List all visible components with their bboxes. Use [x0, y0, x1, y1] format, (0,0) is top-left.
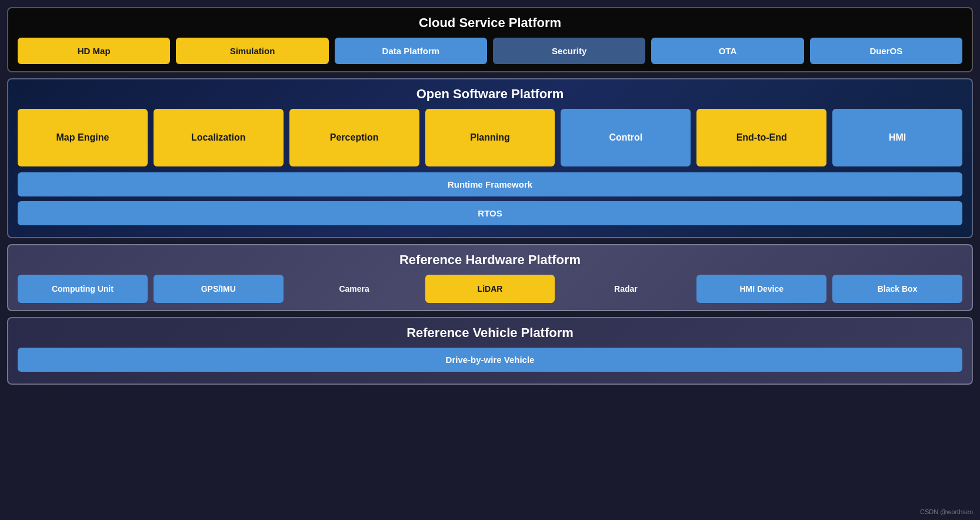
reference-hardware-platform: Reference Hardware Platform Computing Un…: [7, 244, 973, 311]
cloud-title: Cloud Service Platform: [18, 15, 962, 31]
reference-vehicle-platform: Reference Vehicle Platform Drive-by-wire…: [7, 317, 973, 385]
cloud-item-simulation[interactable]: Simulation: [176, 38, 328, 64]
cloud-item-dueros[interactable]: DuerOS: [810, 38, 962, 64]
hw-item-computing-unit[interactable]: Computing Unit: [18, 275, 148, 303]
cloud-item-data-platform[interactable]: Data Platform: [335, 38, 487, 64]
open-title: Open Software Platform: [18, 86, 962, 102]
hw-item-camera[interactable]: Camera: [289, 275, 419, 303]
runtime-framework-bar: Runtime Framework: [18, 172, 962, 196]
open-items-row: Map Engine Localization Perception Plann…: [18, 109, 962, 166]
cloud-service-platform: Cloud Service Platform HD Map Simulation…: [7, 7, 973, 72]
cloud-items-row: HD Map Simulation Data Platform Security…: [18, 38, 962, 64]
cloud-item-ota[interactable]: OTA: [651, 38, 804, 64]
open-item-end-to-end[interactable]: End-to-End: [696, 109, 826, 166]
cloud-item-hd-map[interactable]: HD Map: [18, 38, 170, 64]
open-item-planning[interactable]: Planning: [425, 109, 555, 166]
vehicle-title: Reference Vehicle Platform: [18, 325, 962, 341]
hw-item-lidar[interactable]: LiDAR: [425, 275, 555, 303]
open-item-hmi[interactable]: HMI: [832, 109, 962, 166]
watermark: CSDN @worthsen: [920, 508, 973, 515]
open-item-control[interactable]: Control: [561, 109, 691, 166]
hw-item-gps-imu[interactable]: GPS/IMU: [154, 275, 284, 303]
hw-item-black-box[interactable]: Black Box: [832, 275, 962, 303]
open-item-map-engine[interactable]: Map Engine: [18, 109, 148, 166]
cloud-item-security[interactable]: Security: [493, 38, 645, 64]
hardware-title: Reference Hardware Platform: [18, 252, 962, 268]
hw-item-hmi-device[interactable]: HMI Device: [696, 275, 826, 303]
drive-by-wire-bar: Drive-by-wire Vehicle: [18, 348, 962, 372]
rtos-bar: RTOS: [18, 201, 962, 225]
open-item-perception[interactable]: Perception: [289, 109, 419, 166]
hardware-items-row: Computing Unit GPS/IMU Camera LiDAR Rada…: [18, 275, 962, 303]
hw-item-radar[interactable]: Radar: [561, 275, 691, 303]
open-software-platform: Open Software Platform Map Engine Locali…: [7, 78, 973, 238]
open-item-localization[interactable]: Localization: [154, 109, 284, 166]
